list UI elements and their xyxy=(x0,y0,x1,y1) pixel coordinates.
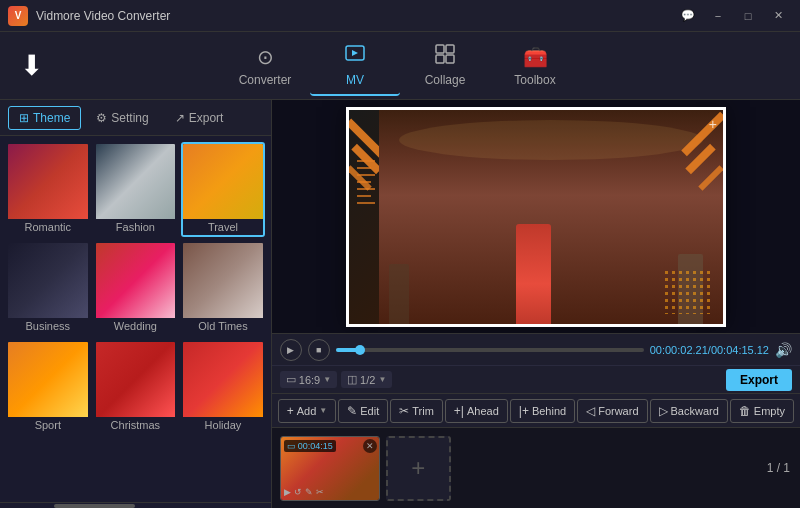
preview-video-area: + xyxy=(349,110,723,324)
tab-collage[interactable]: Collage xyxy=(400,36,490,96)
svg-rect-2 xyxy=(446,45,454,53)
video-controls: ▶ ■ 00:00:02.21/00:04:15.12 🔊 xyxy=(272,333,800,365)
nav-tabs: ⊙ Converter MV Collage xyxy=(220,36,580,96)
add-button[interactable]: + Add ▼ xyxy=(278,399,337,423)
plus-icon: + xyxy=(709,116,717,132)
count-dropdown-arrow: ▼ xyxy=(378,375,386,384)
forward-button[interactable]: ◁ Forward xyxy=(577,399,647,423)
left-panel: ⊞ Theme ⚙ Setting ↗ Export Romantic Fash… xyxy=(0,100,272,508)
volume-icon[interactable]: 🔊 xyxy=(775,342,792,358)
behind-button[interactable]: |+ Behind xyxy=(510,399,575,423)
clip-edit-icon[interactable]: ✎ xyxy=(305,487,313,497)
ahead-button[interactable]: +| Ahead xyxy=(445,399,508,423)
setting-gear-icon: ⚙ xyxy=(96,111,107,125)
sub-tabs: ⊞ Theme ⚙ Setting ↗ Export xyxy=(0,100,271,136)
mv-icon xyxy=(344,42,366,69)
edit-button[interactable]: ✎ Edit xyxy=(338,399,388,423)
theme-business[interactable]: Business xyxy=(6,241,90,336)
add-icon: + xyxy=(287,404,294,418)
svg-rect-1 xyxy=(436,45,444,53)
clip-close-button[interactable]: ✕ xyxy=(363,439,377,453)
aspect-dropdown-arrow: ▼ xyxy=(323,375,331,384)
tab-toolbox[interactable]: 🧰 Toolbox xyxy=(490,36,580,96)
backward-icon: ▷ xyxy=(659,404,668,418)
trim-icon: ✂ xyxy=(399,404,409,418)
page-counter: 1 / 1 xyxy=(767,461,790,475)
clip-time: ▭ 00:04:15 xyxy=(284,440,336,452)
export-button[interactable]: Export xyxy=(726,369,792,391)
video-controls2: ▭ 16:9 ▼ ◫ 1/2 ▼ Export xyxy=(272,365,800,393)
title-bar: V Vidmore Video Converter 💬 − □ ✕ xyxy=(0,0,800,32)
main-content: ⊞ Theme ⚙ Setting ↗ Export Romantic Fash… xyxy=(0,100,800,508)
ahead-icon: +| xyxy=(454,404,464,418)
add-dropdown-arrow: ▼ xyxy=(319,406,327,415)
empty-trash-icon: 🗑 xyxy=(739,404,751,418)
chat-button[interactable]: 💬 xyxy=(674,6,702,26)
close-button[interactable]: ✕ xyxy=(764,6,792,26)
export-arrow-icon: ↗ xyxy=(175,111,185,125)
tab-mv[interactable]: MV xyxy=(310,36,400,96)
timeline-clip: ▭ 00:04:15 ✕ ▶ ↺ ✎ ✂ xyxy=(280,436,380,501)
add-clip-button[interactable]: + xyxy=(386,436,451,501)
empty-button[interactable]: 🗑 Empty xyxy=(730,399,794,423)
play-button[interactable]: ▶ xyxy=(280,339,302,361)
theme-wedding[interactable]: Wedding xyxy=(94,241,178,336)
tab-converter[interactable]: ⊙ Converter xyxy=(220,36,310,96)
theme-sport[interactable]: Sport xyxy=(6,340,90,435)
theme-romantic[interactable]: Romantic xyxy=(6,142,90,237)
clip-count-icon: ◫ xyxy=(347,373,357,386)
sub-tab-setting[interactable]: ⚙ Setting xyxy=(85,106,159,130)
time-display: 00:00:02.21/00:04:15.12 xyxy=(650,344,769,356)
app-title: Vidmore Video Converter xyxy=(36,9,674,23)
clip-controls: ▶ ↺ ✎ ✂ xyxy=(284,487,324,497)
backward-button[interactable]: ▷ Backward xyxy=(650,399,728,423)
theme-fashion[interactable]: Fashion xyxy=(94,142,178,237)
theme-travel[interactable]: Travel xyxy=(181,142,265,237)
svg-rect-4 xyxy=(446,55,454,63)
preview-frame: + xyxy=(346,107,726,327)
theme-grid-icon: ⊞ xyxy=(19,111,29,125)
clip-trim-icon[interactable]: ✂ xyxy=(316,487,324,497)
video-preview: + xyxy=(272,100,800,333)
clip-time-icon: ▭ xyxy=(287,441,296,451)
theme-old-times[interactable]: Old Times xyxy=(181,241,265,336)
bottom-toolbar: + Add ▼ ✎ Edit ✂ Trim +| Ahead |+ Behind… xyxy=(272,393,800,428)
toolbox-icon: 🧰 xyxy=(523,45,548,69)
clip-loop-icon[interactable]: ↺ xyxy=(294,487,302,497)
svg-rect-3 xyxy=(436,55,444,63)
theme-christmas[interactable]: Christmas xyxy=(94,340,178,435)
import-arrow-icon[interactable]: ⬇ xyxy=(20,49,43,82)
clip-play-icon[interactable]: ▶ xyxy=(284,487,291,497)
trim-button[interactable]: ✂ Trim xyxy=(390,399,443,423)
sub-tab-theme[interactable]: ⊞ Theme xyxy=(8,106,81,130)
aspect-ratio-icon: ▭ xyxy=(286,373,296,386)
sub-tab-export[interactable]: ↗ Export xyxy=(164,106,235,130)
window-controls: 💬 − □ ✕ xyxy=(674,6,792,26)
theme-holiday[interactable]: Holiday xyxy=(181,340,265,435)
theme-grid: Romantic Fashion Travel Business Wedding xyxy=(0,136,271,502)
behind-icon: |+ xyxy=(519,404,529,418)
aspect-ratio-selector[interactable]: ▭ 16:9 ▼ xyxy=(280,371,337,388)
clip-count-selector[interactable]: ◫ 1/2 ▼ xyxy=(341,371,392,388)
progress-bar[interactable] xyxy=(336,348,644,352)
converter-icon: ⊙ xyxy=(257,45,274,69)
forward-icon: ◁ xyxy=(586,404,595,418)
nav-bar: ⬇ ⊙ Converter MV C xyxy=(0,32,800,100)
timeline-area: ▭ 00:04:15 ✕ ▶ ↺ ✎ ✂ + 1 / 1 xyxy=(272,428,800,508)
progress-dot xyxy=(355,345,365,355)
app-logo: V xyxy=(8,6,28,26)
edit-icon: ✎ xyxy=(347,404,357,418)
stop-button[interactable]: ■ xyxy=(308,339,330,361)
right-panel: + ▶ ■ 00:00:02.21/00:04:15.12 🔊 ▭ 16:9 ▼ xyxy=(272,100,800,508)
collage-icon xyxy=(435,44,455,69)
minimize-button[interactable]: − xyxy=(704,6,732,26)
maximize-button[interactable]: □ xyxy=(734,6,762,26)
